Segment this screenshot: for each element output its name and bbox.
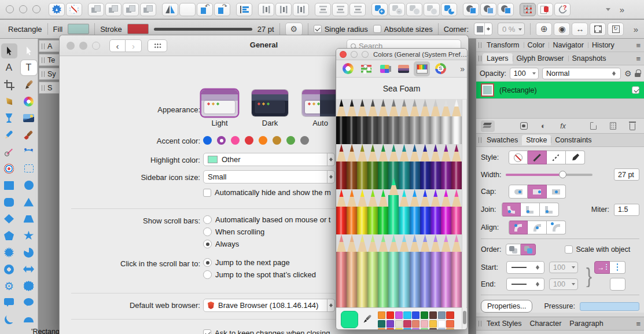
pencil-swatch[interactable] bbox=[441, 234, 451, 307]
pencil-swatch[interactable] bbox=[357, 234, 367, 307]
pencil-swatch[interactable] bbox=[430, 189, 441, 234]
pie-tool[interactable] bbox=[21, 245, 37, 260]
color-swatch[interactable] bbox=[387, 311, 394, 319]
arrow-marker-button[interactable] bbox=[594, 261, 610, 274]
pencil-swatch[interactable] bbox=[336, 189, 347, 234]
boolean-intersect-button[interactable] bbox=[406, 3, 422, 16]
pencil-swatch[interactable] bbox=[357, 189, 367, 234]
context-overflow-chevron[interactable]: » bbox=[634, 24, 637, 34]
close-window-button[interactable] bbox=[6, 5, 14, 13]
zoom-window-button[interactable] bbox=[32, 5, 41, 13]
order-behind-button[interactable] bbox=[506, 244, 521, 255]
boolean-divide-button[interactable] bbox=[441, 3, 457, 16]
show-snapping-candidates-button[interactable] bbox=[554, 23, 570, 36]
tab-snapshots[interactable]: Snapshots bbox=[568, 53, 610, 64]
pencil-swatch[interactable] bbox=[388, 99, 399, 144]
appearance-auto-option[interactable]: Auto bbox=[302, 90, 338, 116]
tab-color[interactable]: Color bbox=[524, 40, 549, 50]
panel-menu-icon[interactable]: ≡ bbox=[636, 320, 642, 328]
colors-title-bar[interactable]: Colors (General (System Pref… bbox=[336, 49, 467, 60]
pencil-swatch[interactable] bbox=[367, 189, 378, 234]
color-swatch[interactable] bbox=[403, 328, 411, 330]
layer-visibility-checkbox[interactable] bbox=[632, 86, 639, 94]
pencil-swatch[interactable] bbox=[441, 189, 451, 234]
checkbox-box[interactable] bbox=[203, 329, 211, 334]
pencil-swatch[interactable] bbox=[441, 99, 451, 144]
tab-character[interactable]: Character bbox=[525, 318, 565, 329]
pencil-swatch[interactable] bbox=[336, 99, 347, 144]
pencil-swatch[interactable] bbox=[410, 99, 420, 144]
align-outside-button[interactable] bbox=[547, 221, 566, 234]
accent-color-option-3[interactable] bbox=[245, 136, 253, 145]
rotate-ccw-button[interactable] bbox=[197, 3, 213, 16]
appearance-light-option[interactable]: Light bbox=[201, 90, 238, 116]
panel-grip-icon[interactable] bbox=[479, 137, 481, 143]
fill-color-swatch[interactable] bbox=[68, 24, 89, 34]
color-sliders-mode-button[interactable] bbox=[358, 61, 374, 76]
checkbox-box[interactable] bbox=[373, 25, 381, 33]
pencils-mode-button[interactable] bbox=[414, 61, 430, 76]
space-vertical-top-button[interactable] bbox=[315, 3, 331, 16]
pencil-swatch[interactable] bbox=[347, 144, 357, 189]
image-tool[interactable] bbox=[21, 111, 37, 126]
order-front-button[interactable] bbox=[521, 244, 536, 255]
color-swatch[interactable] bbox=[395, 328, 403, 330]
align-inside-button[interactable] bbox=[528, 221, 547, 234]
toggle-pixel-grid-button[interactable] bbox=[520, 3, 536, 16]
pencil-swatch[interactable] bbox=[347, 99, 357, 144]
color-swatch[interactable] bbox=[387, 320, 394, 328]
color-swatch[interactable] bbox=[429, 328, 437, 330]
corner-type-stepper[interactable] bbox=[474, 23, 492, 35]
colors-scrollbar[interactable] bbox=[462, 100, 466, 329]
color-swatch[interactable] bbox=[438, 320, 446, 328]
space-vertical-middle-button[interactable] bbox=[332, 3, 348, 16]
pentagon-tool[interactable] bbox=[1, 228, 17, 243]
scrollbar-thumb[interactable] bbox=[463, 311, 466, 324]
color-swatch[interactable] bbox=[438, 328, 446, 330]
pencil-swatch[interactable] bbox=[420, 99, 430, 144]
adjustment-button[interactable] bbox=[536, 120, 550, 132]
pencil-swatch[interactable] bbox=[378, 234, 388, 307]
move-tool[interactable] bbox=[1, 43, 17, 58]
arrange-back-one-button[interactable] bbox=[88, 3, 104, 16]
new-pattern-layer-button[interactable] bbox=[606, 120, 620, 132]
color-swatch[interactable] bbox=[446, 320, 454, 328]
end-marker-stepper[interactable] bbox=[506, 278, 544, 291]
radio-icon[interactable] bbox=[203, 215, 212, 224]
panel-grip-icon[interactable] bbox=[479, 321, 481, 326]
color-swatch[interactable] bbox=[403, 320, 411, 328]
pencil-swatch[interactable] bbox=[357, 144, 367, 189]
callout-rect-tool[interactable] bbox=[1, 295, 17, 310]
radio-icon[interactable] bbox=[203, 240, 212, 248]
marquee-tool[interactable] bbox=[21, 161, 37, 176]
boolean-subtract-button[interactable] bbox=[389, 3, 405, 16]
pencil-swatch[interactable] bbox=[336, 144, 347, 189]
crescent-tool[interactable] bbox=[1, 312, 17, 327]
pen-tool[interactable] bbox=[1, 94, 17, 109]
color-swatch[interactable] bbox=[403, 311, 411, 319]
frame-text-tool[interactable] bbox=[21, 60, 37, 75]
radio-icon[interactable] bbox=[203, 227, 212, 236]
gear-tool[interactable] bbox=[1, 278, 17, 293]
color-swatch[interactable] bbox=[412, 311, 419, 319]
pencil-swatch[interactable] bbox=[367, 144, 378, 189]
tab-history[interactable]: History bbox=[588, 40, 619, 50]
layers-stack-button[interactable] bbox=[481, 120, 495, 132]
arrange-to-back-button[interactable] bbox=[140, 3, 156, 16]
dome-tool[interactable] bbox=[21, 312, 37, 327]
properties-button[interactable]: Properties... bbox=[481, 300, 532, 313]
pencil-swatch-selected[interactable] bbox=[388, 178, 399, 234]
star-tool[interactable] bbox=[21, 228, 37, 243]
pencil-swatch[interactable] bbox=[378, 189, 388, 234]
space-horizontal-center-button[interactable] bbox=[275, 3, 292, 16]
export-slices-button[interactable] bbox=[537, 3, 553, 16]
color-swatch[interactable] bbox=[421, 311, 428, 319]
pencil-swatch[interactable] bbox=[410, 189, 420, 234]
slider-knob[interactable] bbox=[559, 171, 566, 178]
node-tool[interactable] bbox=[21, 144, 37, 159]
colors-close-button[interactable] bbox=[340, 51, 347, 58]
color-swatch[interactable] bbox=[438, 311, 446, 319]
transparency-tool[interactable] bbox=[1, 111, 17, 126]
start-scale-combo[interactable]: 100 bbox=[549, 262, 578, 273]
tab-stroke[interactable]: Stroke bbox=[522, 135, 551, 145]
